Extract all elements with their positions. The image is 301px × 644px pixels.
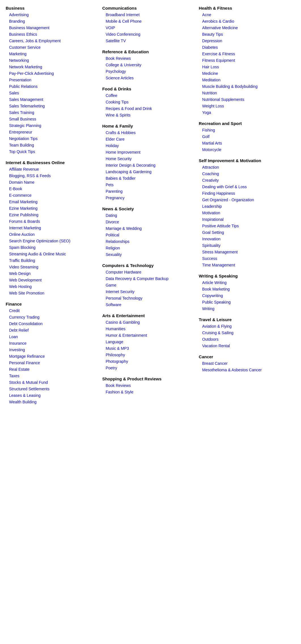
category-link[interactable]: Internet Marketing <box>6 225 99 231</box>
category-link[interactable]: Weight Loss <box>199 103 292 109</box>
category-link[interactable]: VOIP <box>102 25 196 31</box>
category-link[interactable]: Coffee <box>102 92 196 99</box>
category-link[interactable]: Vacation Rental <box>199 343 292 349</box>
category-link[interactable]: Depression <box>199 38 292 44</box>
category-link[interactable]: Web Hosting <box>6 283 99 290</box>
category-link[interactable]: Network Marketing <box>6 64 99 70</box>
category-link[interactable]: Fitness Equipment <box>199 57 292 64</box>
category-link[interactable]: Business Ethics <box>6 31 99 38</box>
category-link[interactable]: Crafts & Hobbies <box>102 130 196 136</box>
category-link[interactable]: Sales <box>6 90 99 96</box>
category-link[interactable]: Writing <box>199 306 292 312</box>
category-link[interactable]: Video Conferencing <box>102 31 196 38</box>
category-link[interactable]: Leadership <box>199 203 292 210</box>
category-link[interactable]: Mortgage Refinance <box>6 353 99 360</box>
category-link[interactable]: Relationships <box>102 238 196 245</box>
category-link[interactable]: E-commerce <box>6 192 99 199</box>
category-link[interactable]: Advertising <box>6 12 99 18</box>
category-link[interactable]: Elder Care <box>102 136 196 143</box>
category-link[interactable]: Small Business <box>6 116 99 122</box>
category-link[interactable]: Taxes <box>6 373 99 379</box>
category-link[interactable]: Broadband Internet <box>102 12 196 18</box>
category-link[interactable]: Web Site Promotion <box>6 290 99 296</box>
category-link[interactable]: Top Quick Tips <box>6 149 99 155</box>
category-link[interactable]: Mobile & Cell Phone <box>102 18 196 25</box>
category-link[interactable]: Breast Cancer <box>199 360 292 367</box>
category-link[interactable]: Meditation <box>199 77 292 83</box>
category-link[interactable]: Negotiation Tips <box>6 135 99 142</box>
category-link[interactable]: Fashion & Style <box>102 389 196 395</box>
category-link[interactable]: Careers, Jobs & Employment <box>6 38 99 44</box>
category-link[interactable]: Interior Design & Decorating <box>102 162 196 169</box>
category-link[interactable]: Mesothelioma & Asbestos Cancer <box>199 367 292 373</box>
category-link[interactable]: Ezine Publishing <box>6 212 99 218</box>
category-link[interactable]: Loan <box>6 334 99 340</box>
category-link[interactable]: Investing <box>6 347 99 353</box>
category-link[interactable]: Credit <box>6 308 99 314</box>
category-link[interactable]: Currency Trading <box>6 314 99 321</box>
category-link[interactable]: Internet Security <box>102 289 196 295</box>
category-link[interactable]: Pets <box>102 182 196 188</box>
category-link[interactable]: Outdoors <box>199 336 292 343</box>
category-link[interactable]: Software <box>102 302 196 308</box>
category-link[interactable]: Landscaping & Gardening <box>102 169 196 175</box>
category-link[interactable]: Cruising & Sailing <box>199 330 292 336</box>
category-link[interactable]: Inspirational <box>199 216 292 223</box>
category-link[interactable]: Affiliate Revenue <box>6 166 99 173</box>
category-link[interactable]: Entrepreneur <box>6 129 99 135</box>
category-link[interactable]: Hair Loss <box>199 64 292 70</box>
category-link[interactable]: Marketing <box>6 51 99 57</box>
category-link[interactable]: E-Book <box>6 186 99 192</box>
category-link[interactable]: Networking <box>6 57 99 64</box>
category-link[interactable]: Science Articles <box>102 75 196 81</box>
category-link[interactable]: Exercise & Fitness <box>199 51 292 57</box>
category-link[interactable]: Customer Service <box>6 44 99 51</box>
category-link[interactable]: Motorcycle <box>199 147 292 153</box>
category-link[interactable]: Strategic Planning <box>6 122 99 129</box>
category-link[interactable]: Debt Consolidation <box>6 321 99 327</box>
category-link[interactable]: Book Marketing <box>199 286 292 293</box>
category-link[interactable]: Book Reviews <box>102 55 196 62</box>
category-link[interactable]: Get Organized - Organization <box>199 197 292 203</box>
category-link[interactable]: Dealing with Grief & Loss <box>199 184 292 190</box>
category-link[interactable]: Web Development <box>6 277 99 283</box>
category-link[interactable]: Team Building <box>6 142 99 149</box>
category-link[interactable]: Presentation <box>6 77 99 83</box>
category-link[interactable]: Article Writing <box>199 279 292 286</box>
category-link[interactable]: Sales Training <box>6 109 99 116</box>
category-link[interactable]: Insurance <box>6 340 99 347</box>
category-link[interactable]: Sales Management <box>6 96 99 103</box>
category-link[interactable]: Business Management <box>6 25 99 31</box>
category-link[interactable]: Muscle Building & Bodybuilding <box>199 83 292 90</box>
category-link[interactable]: Data Recovery & Computer Backup <box>102 276 196 282</box>
category-link[interactable]: Cooking Tips <box>102 99 196 105</box>
category-link[interactable]: Success <box>199 255 292 262</box>
category-link[interactable]: Computer Hardware <box>102 269 196 276</box>
category-link[interactable]: Wine & Spirits <box>102 112 196 118</box>
category-link[interactable]: Video Streaming <box>6 264 99 270</box>
category-link[interactable]: Humor & Entertainment <box>102 332 196 339</box>
category-link[interactable]: Ezine Marketing <box>6 205 99 212</box>
category-link[interactable]: Spam Blocking <box>6 244 99 251</box>
category-link[interactable]: Copywriting <box>199 293 292 299</box>
category-link[interactable]: Online Auction <box>6 231 99 238</box>
category-link[interactable]: Fishing <box>199 127 292 134</box>
category-link[interactable]: Acne <box>199 12 292 18</box>
category-link[interactable]: Aviation & Flying <box>199 323 292 330</box>
category-link[interactable]: Alternative Medicine <box>199 25 292 31</box>
category-link[interactable]: Search Engine Optimization (SEO) <box>6 238 99 244</box>
category-link[interactable]: Recipes & Food and Drink <box>102 105 196 112</box>
category-link[interactable]: Domain Name <box>6 179 99 186</box>
category-link[interactable]: Public Relations <box>6 83 99 90</box>
category-link[interactable]: Martial Arts <box>199 140 292 147</box>
category-link[interactable]: Divorce <box>102 219 196 225</box>
category-link[interactable]: Branding <box>6 18 99 25</box>
category-link[interactable]: Debt Relief <box>6 327 99 334</box>
category-link[interactable]: Coaching <box>199 171 292 177</box>
category-link[interactable]: Public Speaking <box>199 299 292 306</box>
category-link[interactable]: Streaming Audio & Online Music <box>6 251 99 257</box>
category-link[interactable]: Babies & Toddler <box>102 175 196 182</box>
category-link[interactable]: Dating <box>102 212 196 219</box>
category-link[interactable]: Home Security <box>102 156 196 162</box>
category-link[interactable]: College & University <box>102 62 196 68</box>
